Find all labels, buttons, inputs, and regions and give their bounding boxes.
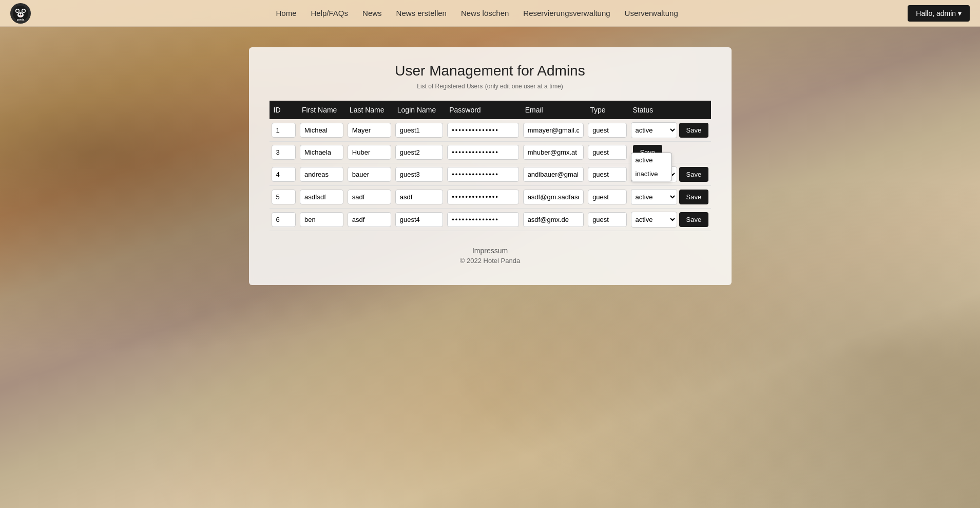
input-lastname[interactable]: [348, 212, 391, 227]
status-select[interactable]: activeinactive: [631, 189, 677, 205]
input-id[interactable]: [272, 123, 296, 138]
input-type[interactable]: [588, 167, 626, 182]
svg-point-8: [20, 15, 22, 16]
nav-reservierungsverwaltung[interactable]: Reservierungsverwaltung: [523, 9, 610, 17]
save-button[interactable]: Save: [679, 123, 709, 138]
input-email[interactable]: [523, 167, 584, 182]
status-cell: activeinactiveSave: [629, 119, 711, 142]
header-id: ID: [270, 101, 298, 119]
admin-dropdown-button[interactable]: Hallo, admin ▾: [908, 5, 970, 22]
status-cell: activeinactiveSave: [629, 142, 711, 163]
status-option-inactive[interactable]: inactive: [631, 167, 671, 181]
input-password[interactable]: [447, 212, 518, 227]
input-loginname[interactable]: [395, 145, 443, 160]
copyright: © 2022 Hotel Panda: [270, 257, 711, 265]
svg-point-4: [23, 9, 25, 12]
status-dropdown-open: activeinactive: [631, 153, 672, 181]
input-email[interactable]: [523, 145, 584, 160]
nav-help[interactable]: Help/FAQs: [311, 9, 349, 17]
save-button[interactable]: Save: [679, 167, 709, 182]
svg-point-7: [21, 13, 23, 15]
header-type: Type: [586, 101, 628, 119]
input-lastname[interactable]: [348, 145, 391, 160]
input-lastname[interactable]: [348, 123, 391, 138]
header-firstname: First Name: [298, 101, 345, 119]
svg-point-6: [19, 13, 21, 15]
status-option-active[interactable]: active: [631, 153, 671, 167]
panda-logo-svg: panda: [12, 5, 29, 22]
header-email: Email: [521, 101, 586, 119]
input-password[interactable]: [447, 190, 518, 204]
input-password[interactable]: [447, 123, 518, 138]
input-loginname[interactable]: [395, 190, 443, 204]
input-id[interactable]: [272, 212, 296, 227]
navbar: panda Home Help/FAQs News News erstellen…: [0, 0, 980, 27]
user-management-card: User Management for Admins List of Regis…: [249, 47, 732, 285]
save-button[interactable]: Save: [679, 190, 709, 204]
status-select[interactable]: activeinactive: [631, 122, 677, 138]
input-firstname[interactable]: [300, 212, 343, 227]
input-type[interactable]: [588, 145, 626, 160]
nav-userverwaltung[interactable]: Userverwaltung: [625, 9, 678, 17]
svg-point-3: [16, 9, 19, 12]
input-loginname[interactable]: [395, 167, 443, 182]
input-id[interactable]: [272, 167, 296, 182]
header-password: Password: [445, 101, 521, 119]
logo[interactable]: panda: [10, 3, 31, 24]
page-subtitle: List of Registered Users (only edit one …: [270, 81, 711, 90]
input-lastname[interactable]: [348, 190, 391, 204]
nav-home[interactable]: Home: [276, 9, 297, 17]
nav-news-erstellen[interactable]: News erstellen: [396, 9, 447, 17]
table-body: activeinactiveSaveactiveinactiveSaveacti…: [270, 119, 711, 231]
input-password[interactable]: [447, 167, 518, 182]
input-firstname[interactable]: [300, 167, 343, 182]
input-id[interactable]: [272, 190, 296, 204]
input-type[interactable]: [588, 190, 626, 204]
header-loginname: Login Name: [393, 101, 445, 119]
nav-right: Hallo, admin ▾: [908, 5, 970, 22]
svg-text:panda: panda: [17, 18, 25, 21]
input-firstname[interactable]: [300, 190, 343, 204]
table-header: ID First Name Last Name Login Name Passw…: [270, 101, 711, 119]
input-firstname[interactable]: [300, 123, 343, 138]
header-lastname: Last Name: [345, 101, 393, 119]
nav-news-loeschen[interactable]: News löschen: [461, 9, 509, 17]
table-row: activeinactiveSave: [270, 142, 711, 163]
header-status: Status: [629, 101, 711, 119]
input-email[interactable]: [523, 190, 584, 204]
main-content: User Management for Admins List of Regis…: [0, 27, 980, 508]
input-type[interactable]: [588, 212, 626, 227]
table-row: activeinactiveSave: [270, 209, 711, 231]
status-cell: activeinactiveSave: [629, 209, 711, 231]
impressum-link[interactable]: Impressum: [472, 247, 508, 255]
nav-links: Home Help/FAQs News News erstellen News …: [46, 9, 908, 17]
footer: Impressum © 2022 Hotel Panda: [270, 247, 711, 265]
input-type[interactable]: [588, 123, 626, 138]
table-row: activeinactiveSave: [270, 119, 711, 142]
input-loginname[interactable]: [395, 123, 443, 138]
input-lastname[interactable]: [348, 167, 391, 182]
status-select[interactable]: activeinactive: [631, 212, 677, 228]
status-cell: activeinactiveSave: [629, 186, 711, 209]
input-firstname[interactable]: [300, 145, 343, 160]
logo-icon: panda: [10, 3, 31, 24]
svg-point-5: [17, 12, 24, 17]
table-row: activeinactiveSave: [270, 186, 711, 209]
nav-news[interactable]: News: [362, 9, 382, 17]
input-id[interactable]: [272, 145, 296, 160]
input-email[interactable]: [523, 212, 584, 227]
input-loginname[interactable]: [395, 212, 443, 227]
save-button[interactable]: Save: [679, 212, 709, 227]
users-table: ID First Name Last Name Login Name Passw…: [270, 101, 711, 231]
page-title: User Management for Admins: [270, 63, 711, 79]
input-password[interactable]: [447, 145, 518, 160]
input-email[interactable]: [523, 123, 584, 138]
